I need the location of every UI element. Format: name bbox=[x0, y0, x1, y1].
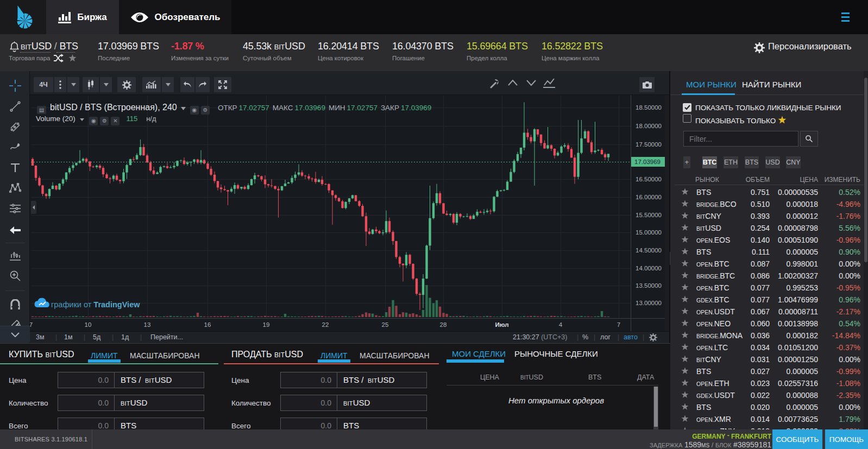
svg-text:графики от TradingView: графики от TradingView bbox=[51, 300, 140, 309]
svg-text:28: 28 bbox=[440, 321, 447, 328]
svg-text:17.50000: 17.50000 bbox=[636, 141, 662, 148]
svg-text:Июл: Июл bbox=[495, 321, 508, 328]
svg-text:13.00000: 13.00000 bbox=[636, 300, 662, 306]
svg-text:15.50000: 15.50000 bbox=[636, 212, 662, 218]
svg-text:19: 19 bbox=[263, 321, 270, 328]
svg-text:15.00000: 15.00000 bbox=[636, 229, 662, 236]
svg-text:13.50000: 13.50000 bbox=[636, 282, 662, 289]
svg-text:16.00000: 16.00000 bbox=[636, 194, 662, 200]
svg-text:14.00000: 14.00000 bbox=[636, 265, 662, 271]
svg-text:10: 10 bbox=[85, 321, 92, 328]
svg-text:4: 4 bbox=[559, 321, 563, 328]
svg-text:17.03969: 17.03969 bbox=[634, 159, 661, 165]
svg-text:18.00000: 18.00000 bbox=[636, 123, 662, 129]
svg-text:18.50000: 18.50000 bbox=[636, 104, 662, 111]
svg-text:25: 25 bbox=[382, 321, 389, 328]
svg-text:22: 22 bbox=[322, 321, 329, 328]
svg-text:13: 13 bbox=[144, 321, 151, 328]
svg-text:14.50000: 14.50000 bbox=[636, 247, 662, 254]
svg-text:7: 7 bbox=[617, 321, 620, 328]
svg-text:16: 16 bbox=[204, 321, 211, 328]
svg-text:16.50000: 16.50000 bbox=[636, 176, 662, 182]
